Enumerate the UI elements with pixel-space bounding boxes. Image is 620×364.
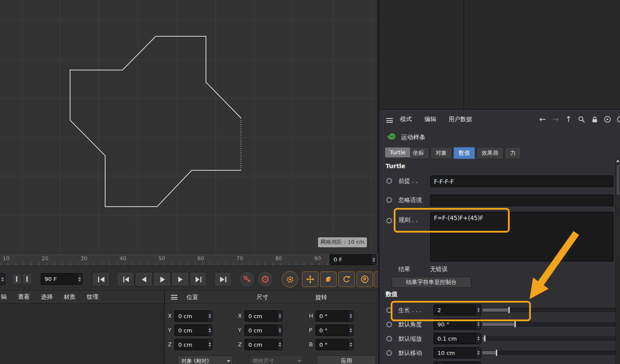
growth-slider[interactable]	[482, 304, 615, 316]
value-spinner[interactable]	[348, 339, 353, 350]
keyframe-circle[interactable]	[386, 322, 392, 327]
autokey-button[interactable]	[257, 271, 273, 287]
value-spinner[interactable]	[348, 325, 353, 335]
value-spinner[interactable]	[207, 311, 212, 321]
menu-edit[interactable]: 辑	[1, 293, 7, 301]
target-icon[interactable]	[602, 114, 613, 125]
scroll-up-icon[interactable]	[616, 160, 620, 162]
clipped-row-field[interactable]	[434, 361, 481, 364]
rot-b-field[interactable]: 0 °	[315, 339, 353, 350]
pos-z-field[interactable]: 0 cm	[174, 339, 212, 350]
prev-key-button[interactable]	[117, 272, 135, 287]
key-scale-toggle[interactable]	[320, 271, 337, 287]
play-button[interactable]	[153, 272, 171, 287]
timeline-track-area[interactable]	[0, 303, 164, 364]
clipped-spinner-field[interactable]	[0, 273, 5, 285]
value-spinner[interactable]	[277, 325, 282, 335]
slider-handle[interactable]	[484, 335, 486, 342]
default-scale-slider[interactable]	[482, 333, 615, 344]
ignore-context-field[interactable]	[430, 195, 614, 206]
attr-menu-userdata[interactable]: 用户数据	[449, 115, 472, 123]
attribute-scrollbar[interactable]	[615, 157, 620, 364]
goto-start-button[interactable]	[92, 272, 110, 287]
menu-icon[interactable]	[386, 118, 393, 123]
result-to-console-button[interactable]: 结果字符串至控制台	[392, 277, 471, 288]
default-angle-slider[interactable]	[482, 319, 615, 330]
viewport[interactable]: 网格间距：10 cm	[0, 0, 378, 253]
size-x-field[interactable]: 0 cm	[244, 310, 283, 322]
pos-y-field[interactable]: 0 cm	[174, 325, 212, 336]
key-position-toggle[interactable]	[302, 271, 318, 287]
value-spinner[interactable]	[475, 333, 481, 344]
preview-range-start-button[interactable]	[12, 273, 22, 285]
prev-frame-button[interactable]	[135, 272, 153, 287]
frame-spinner[interactable]	[371, 255, 376, 265]
current-frame-field[interactable]: 0 F	[330, 254, 376, 265]
slider-track[interactable]	[482, 351, 615, 355]
premise-field[interactable]: F-F-F-F	[430, 176, 614, 187]
attr-menu-edit[interactable]: 编辑	[424, 115, 436, 123]
lock-icon[interactable]	[589, 114, 600, 125]
slider-handle[interactable]	[508, 307, 510, 313]
size-z-field[interactable]: 0 cm	[244, 339, 283, 350]
default-move-slider[interactable]	[482, 347, 615, 358]
clipped-row-slider[interactable]	[482, 361, 615, 364]
keyframe-circle[interactable]	[386, 218, 392, 224]
rot-h-field[interactable]: 0 °	[315, 310, 353, 322]
clipped-icon[interactable]	[615, 114, 620, 125]
menu-material[interactable]: 材质	[64, 293, 76, 301]
keying-options-button[interactable]	[282, 271, 298, 287]
value-spinner[interactable]	[437, 362, 443, 364]
panel-divider[interactable]	[463, 0, 464, 109]
slider-handle[interactable]	[495, 349, 498, 356]
forward-icon[interactable]: →	[550, 114, 561, 125]
next-frame-button[interactable]	[171, 272, 189, 287]
value-spinner[interactable]	[277, 311, 282, 321]
record-keyframe-button[interactable]	[239, 271, 255, 287]
keyframe-circle[interactable]	[386, 178, 392, 184]
value-spinner[interactable]	[475, 348, 481, 358]
default-angle-field[interactable]: 90 °	[434, 319, 481, 330]
range-end-field[interactable]: 90 F	[41, 273, 82, 285]
tab-turtle[interactable]: Turtle	[385, 147, 411, 158]
tab-coordinates[interactable]: 坐标	[408, 147, 429, 159]
size-mode-select[interactable]: 绝对尺寸	[249, 355, 304, 364]
keyframe-circle[interactable]	[386, 307, 392, 313]
tab-effectors[interactable]: 效果器	[476, 147, 504, 159]
search-icon[interactable]	[576, 114, 587, 125]
keyframe-circle[interactable]	[386, 350, 392, 356]
menu-select[interactable]: 选择	[41, 293, 53, 301]
object-manager-area[interactable]	[379, 0, 620, 109]
range-spinner[interactable]	[77, 274, 82, 284]
up-icon[interactable]: ↑	[563, 114, 574, 125]
default-move-field[interactable]: 10 cm	[434, 347, 481, 358]
timeline-ruler[interactable]: 10 20 30 40 50 60 70 80 90	[0, 253, 378, 266]
coordinate-mode-select[interactable]: 对象 (相对)	[177, 355, 233, 364]
attr-menu-mode[interactable]: 模式	[400, 115, 412, 123]
slider-track[interactable]	[482, 336, 615, 341]
size-y-field[interactable]: 0 cm	[244, 325, 283, 336]
value-spinner[interactable]	[207, 339, 212, 350]
value-spinner[interactable]	[475, 319, 481, 329]
object-name[interactable]: 运动样条	[401, 134, 425, 141]
value-spinner[interactable]	[475, 305, 481, 315]
scrollbar-thumb[interactable]	[617, 165, 620, 195]
value-spinner[interactable]	[277, 339, 282, 350]
value-spinner[interactable]	[0, 274, 5, 284]
next-key-button[interactable]	[190, 272, 207, 287]
slider-handle[interactable]	[514, 321, 516, 328]
apply-button[interactable]: 应用	[317, 355, 376, 364]
goto-end-button[interactable]	[214, 272, 232, 287]
default-scale-field[interactable]: 0.1 cm	[434, 333, 481, 344]
menu-icon[interactable]	[171, 295, 177, 300]
value-spinner[interactable]	[207, 325, 212, 335]
tab-values[interactable]: 数值	[453, 147, 475, 159]
keyframe-circle[interactable]	[386, 197, 392, 203]
back-icon[interactable]: ←	[537, 114, 548, 125]
menu-texture[interactable]: 纹理	[87, 293, 99, 301]
keyframe-circle[interactable]	[386, 336, 392, 342]
rot-p-field[interactable]: 0 °	[315, 325, 353, 336]
rules-textarea[interactable]: F=F-(45)F+(45)F	[430, 212, 614, 262]
key-parameter-toggle[interactable]: P	[357, 271, 373, 287]
growth-field[interactable]: 2	[434, 304, 481, 316]
